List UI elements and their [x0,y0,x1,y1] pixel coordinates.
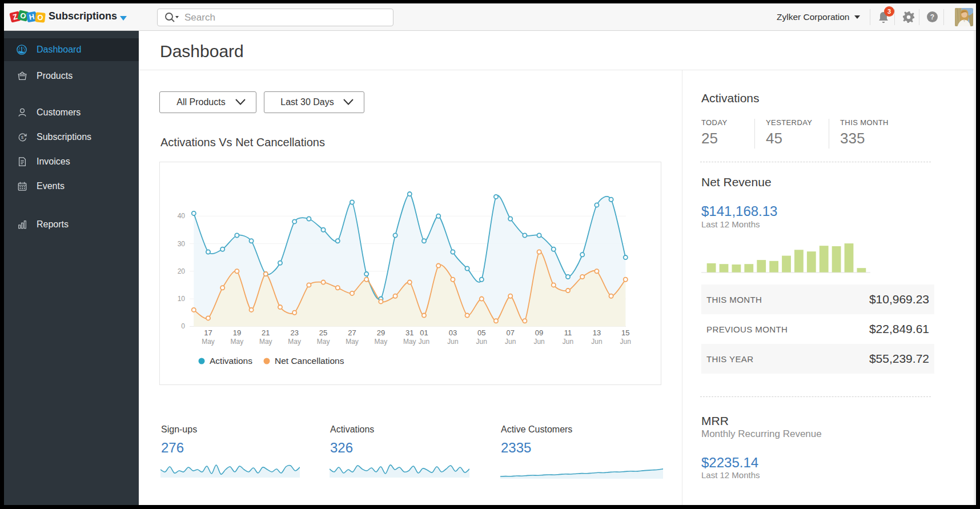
svg-text:05: 05 [477,328,485,337]
svg-text:May: May [317,338,330,346]
svg-text:?: ? [930,13,934,21]
svg-text:May: May [259,338,272,346]
svg-text:0: 0 [181,322,185,330]
svg-text:31: 31 [405,328,413,337]
svg-text:Jun: Jun [447,338,458,346]
svg-text:Activations: Activations [210,356,252,366]
svg-text:01: 01 [420,328,428,337]
svg-text:May: May [403,338,416,346]
svg-text:29: 29 [377,328,385,337]
svg-text:May: May [231,338,244,346]
svg-text:Jun: Jun [419,338,429,346]
svg-text:17: 17 [204,328,212,337]
svg-text:Net Cancellations: Net Cancellations [275,356,344,366]
svg-text:10: 10 [178,295,186,303]
svg-text:13: 13 [593,328,601,337]
svg-text:Jun: Jun [591,338,602,346]
svg-text:Jun: Jun [476,338,487,346]
svg-text:03: 03 [449,328,457,337]
svg-text:25: 25 [319,328,327,337]
svg-text:23: 23 [290,328,298,337]
svg-text:May: May [346,338,359,346]
svg-text:09: 09 [535,328,543,337]
svg-text:Jun: Jun [620,338,631,346]
svg-text:15: 15 [621,328,629,337]
svg-text:Jun: Jun [563,338,573,346]
svg-text:May: May [375,338,388,346]
svg-text:Jun: Jun [533,338,544,346]
svg-text:20: 20 [178,267,186,275]
svg-text:40: 40 [178,212,186,220]
svg-text:27: 27 [348,328,356,337]
svg-text:19: 19 [233,328,241,337]
svg-text:21: 21 [262,328,270,337]
svg-text:May: May [288,338,301,346]
svg-text:30: 30 [178,240,186,248]
svg-text:07: 07 [506,328,514,337]
svg-text:Jun: Jun [505,338,516,346]
svg-text:May: May [202,338,215,346]
svg-text:$: $ [21,134,23,139]
svg-text:11: 11 [564,328,572,337]
